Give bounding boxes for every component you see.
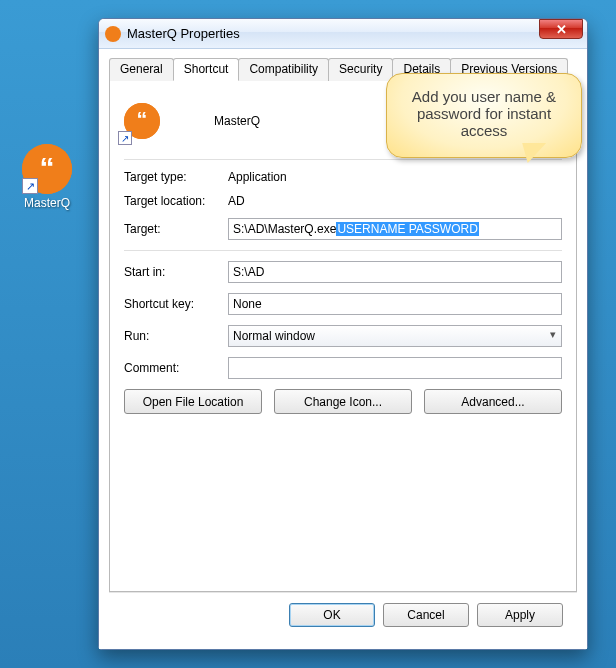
tab-page-shortcut: Add you user name & password for instant… <box>109 81 577 592</box>
tab-general[interactable]: General <box>109 58 174 81</box>
desktop-shortcut-masterq[interactable]: “ ↗ MasterQ <box>14 144 80 210</box>
annotation-text: Add you user name & password for instant… <box>412 88 556 139</box>
tab-compatibility[interactable]: Compatibility <box>238 58 329 81</box>
desktop-shortcut-label: MasterQ <box>14 196 80 210</box>
close-icon: ✕ <box>556 22 567 37</box>
label-target-location: Target location: <box>124 194 228 208</box>
change-icon-button[interactable]: Change Icon... <box>274 389 412 414</box>
masterq-icon: “ ↗ <box>22 144 72 194</box>
shortcut-name-input[interactable] <box>210 112 330 130</box>
shortcut-overlay-icon: ↗ <box>22 178 38 194</box>
label-comment: Comment: <box>124 361 228 375</box>
titlebar-app-icon <box>105 26 121 42</box>
label-run: Run: <box>124 329 228 343</box>
shortcut-large-icon: “ ↗ <box>124 103 160 139</box>
label-target-type: Target type: <box>124 170 228 184</box>
apply-button[interactable]: Apply <box>477 603 563 627</box>
advanced-button[interactable]: Advanced... <box>424 389 562 414</box>
run-select[interactable] <box>228 325 562 347</box>
cancel-button[interactable]: Cancel <box>383 603 469 627</box>
titlebar[interactable]: MasterQ Properties ✕ <box>99 19 587 49</box>
svg-text:“: “ <box>40 151 55 184</box>
target-input[interactable]: S:\AD\MasterQ.exe USERNAME PASSWORD <box>228 218 562 240</box>
shortcut-overlay-icon: ↗ <box>118 131 132 145</box>
shortcut-key-input[interactable] <box>228 293 562 315</box>
value-target-type: Application <box>228 170 287 184</box>
tab-shortcut[interactable]: Shortcut <box>173 58 240 81</box>
target-selected-text: USERNAME PASSWORD <box>336 222 478 236</box>
comment-input[interactable] <box>228 357 562 379</box>
dialog-footer: OK Cancel Apply <box>109 592 577 639</box>
close-button[interactable]: ✕ <box>539 19 583 39</box>
client-area: General Shortcut Compatibility Security … <box>99 49 587 649</box>
properties-window: MasterQ Properties ✕ General Shortcut Co… <box>98 18 588 650</box>
annotation-callout: Add you user name & password for instant… <box>386 73 582 158</box>
divider <box>124 250 562 251</box>
value-target-location: AD <box>228 194 245 208</box>
tab-security[interactable]: Security <box>328 58 393 81</box>
start-in-input[interactable] <box>228 261 562 283</box>
ok-button[interactable]: OK <box>289 603 375 627</box>
window-title: MasterQ Properties <box>127 26 539 41</box>
target-prefix: S:\AD\MasterQ.exe <box>233 222 336 236</box>
open-file-location-button[interactable]: Open File Location <box>124 389 262 414</box>
label-start-in: Start in: <box>124 265 228 279</box>
label-shortcut-key: Shortcut key: <box>124 297 228 311</box>
label-target: Target: <box>124 222 228 236</box>
svg-text:“: “ <box>137 107 148 132</box>
divider <box>124 159 562 160</box>
